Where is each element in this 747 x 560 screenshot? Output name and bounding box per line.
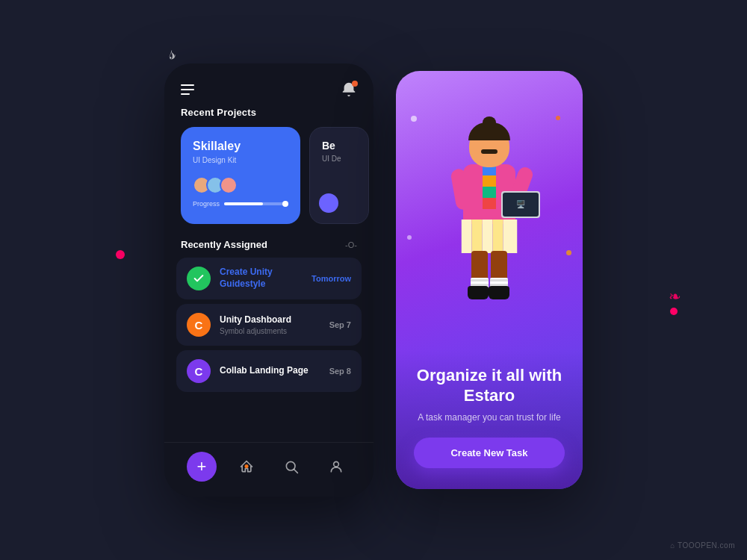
- shorts-s1: [462, 220, 472, 253]
- phone-header: [164, 63, 374, 107]
- task-item-2[interactable]: C Unity Dashboard Symbol adjustments Sep…: [176, 304, 362, 346]
- char-leg-left: [471, 251, 488, 281]
- char-boot-right: [489, 286, 509, 299]
- shorts-s3: [483, 220, 493, 253]
- progress-bar-wrap: [224, 202, 288, 205]
- deco-dot-left: [116, 250, 125, 259]
- task-icon-2: C: [187, 313, 211, 337]
- task-name-2: Unity Dashboard: [220, 314, 320, 326]
- progress-bar-fill: [224, 202, 263, 205]
- svg-line-1: [294, 470, 298, 473]
- char-tie: [483, 164, 496, 209]
- notification-dot: [352, 81, 358, 87]
- task-info-2: Unity Dashboard Symbol adjustments: [220, 314, 320, 336]
- tie-stripe-3: [483, 187, 496, 198]
- task-sub-2: Symbol adjustments: [220, 327, 320, 335]
- nav-home-wrap: [232, 452, 261, 482]
- projects-row: Skillaley UI Design Kit Progress Be: [164, 127, 374, 224]
- shorts-s5: [503, 220, 518, 253]
- nav-profile-button[interactable]: [321, 452, 351, 482]
- task-date-2: Sep 7: [329, 320, 351, 329]
- assigned-filter: -O-: [345, 240, 357, 249]
- watermark: ⌂ TOOOPEN.com: [670, 541, 735, 550]
- project-name-1: Skillaley: [193, 139, 288, 153]
- project-type-2: UI De: [322, 155, 356, 163]
- assigned-title: Recently Assigned: [181, 239, 267, 250]
- char-leg-right: [491, 251, 507, 281]
- laptop-screen: 🖥️: [503, 193, 539, 217]
- home-active-dot: [245, 464, 249, 468]
- task-icon-3: C: [187, 359, 211, 383]
- project-name-2: Be: [322, 140, 356, 152]
- task-icon-1: [187, 267, 211, 290]
- project-avatars: [193, 176, 288, 194]
- shorts-s2: [472, 220, 483, 253]
- create-new-task-button[interactable]: Create New Task: [414, 438, 565, 468]
- char-mustache: [481, 149, 498, 154]
- task-item-3[interactable]: C Collab Landing Page Sep 8: [176, 350, 362, 392]
- task-name-3: Collab Landing Page: [220, 365, 320, 377]
- char-boot-left: [468, 286, 489, 299]
- progress-dot: [282, 201, 288, 207]
- left-phone: Recent Projects Skillaley UI Design Kit …: [164, 63, 374, 497]
- right-phone: 🖥️: [396, 71, 583, 489]
- char-laptop: 🖥️: [501, 191, 540, 218]
- nav-search-button[interactable]: [276, 452, 306, 482]
- avatar-secondary: [319, 193, 338, 213]
- bell-icon[interactable]: [341, 81, 357, 98]
- task-date-3: Sep 8: [329, 367, 351, 376]
- task-info-3: Collab Landing Page: [220, 365, 320, 377]
- tie-stripe-2: [483, 175, 496, 187]
- nav-add-button[interactable]: +: [187, 452, 217, 482]
- app-scene: Recent Projects Skillaley UI Design Kit …: [164, 63, 583, 497]
- project-card-skillaley[interactable]: Skillaley UI Design Kit Progress: [181, 127, 300, 224]
- char-shorts: [462, 220, 518, 253]
- assigned-header: Recently Assigned -O-: [164, 224, 374, 258]
- task-info-1: Create Unity Guidestyle: [220, 267, 303, 290]
- task-item-1[interactable]: Create Unity Guidestyle Tomorrow: [176, 258, 362, 299]
- 3d-character: 🖥️: [437, 125, 542, 305]
- deco-squiggle: 𝓈: [164, 40, 179, 64]
- character-area: 🖥️: [396, 71, 583, 351]
- phone-right-bottom: Organize it all with Estaro A task manag…: [396, 351, 583, 489]
- task-name-1: Create Unity Guidestyle: [220, 267, 303, 290]
- progress-label: Progress: [193, 200, 220, 208]
- avatar-3: [220, 176, 238, 194]
- deco-dot-right: [670, 308, 678, 315]
- project-card-secondary[interactable]: Be UI De: [309, 127, 369, 224]
- laptop-emoji: 🖥️: [516, 200, 525, 208]
- menu-icon[interactable]: [181, 84, 194, 95]
- deco-squiggle-right: ❧: [669, 287, 681, 305]
- progress-section: Progress: [193, 200, 288, 208]
- task-list: Create Unity Guidestyle Tomorrow C Unity…: [164, 258, 374, 392]
- recent-projects-label: Recent Projects: [164, 107, 374, 127]
- char-hair-bun: [483, 116, 496, 128]
- task-date-1: Tomorrow: [311, 274, 351, 283]
- svg-point-2: [334, 461, 339, 467]
- organizer-title: Organize it all with Estaro: [414, 366, 565, 405]
- tie-stripe-4: [483, 198, 496, 209]
- bottom-nav: +: [164, 442, 374, 497]
- project-type-1: UI Design Kit: [193, 156, 288, 164]
- organizer-sub: A task manager you can trust for life: [414, 411, 565, 424]
- shorts-s4: [493, 220, 503, 253]
